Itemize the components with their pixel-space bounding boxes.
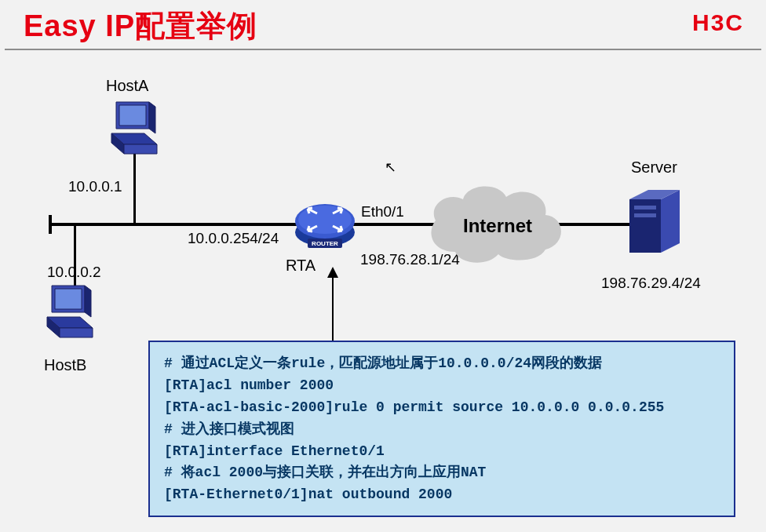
computer-icon: [102, 99, 163, 155]
internet-label: Internet: [463, 215, 532, 237]
router-icon: ROUTER: [294, 198, 356, 253]
config-line: [RTA-acl-basic-2000]rule 0 permit source…: [164, 399, 664, 415]
svg-rect-21: [634, 213, 656, 217]
lan-gateway-label: 10.0.0.254/24: [188, 230, 279, 247]
svg-rect-20: [634, 206, 656, 210]
svg-marker-10: [55, 289, 82, 309]
svg-point-14: [298, 206, 352, 234]
hostb-ip-label: 10.0.0.2: [47, 264, 101, 281]
eth-label: Eth0/1: [361, 203, 404, 220]
config-line: # 通过ACL定义一条rule，匹配源地址属于10.0.0.0/24网段的数据: [164, 355, 602, 371]
svg-marker-8: [60, 328, 93, 337]
svg-marker-4: [119, 105, 146, 126]
callout-arrow-head: [327, 267, 338, 278]
server-label: Server: [631, 159, 677, 177]
svg-marker-18: [661, 190, 680, 253]
config-code-box: # 通过ACL定义一条rule，匹配源地址属于10.0.0.0/24网段的数据 …: [148, 341, 735, 517]
diagram-canvas: HostA 10.0.0.1 HostB 10.0.0.2 10.0.0.254…: [0, 49, 766, 532]
computer-icon: [38, 282, 99, 339]
hosta-ip-label: 10.0.0.1: [68, 178, 122, 195]
cursor-icon: ↖: [385, 159, 396, 176]
config-line: [RTA]acl number 2000: [164, 377, 334, 393]
page-title: Easy IP配置举例: [24, 6, 257, 46]
config-line: # 进入接口模式视图: [164, 421, 294, 437]
callout-arrow: [332, 276, 334, 341]
hosta-drop: [133, 151, 136, 224]
svg-text:ROUTER: ROUTER: [312, 240, 338, 247]
hostb-label: HostB: [44, 356, 86, 374]
brand-logo: H3C: [692, 9, 744, 36]
config-line: [RTA-Ethernet0/1]nat outbound 2000: [164, 486, 452, 502]
svg-marker-11: [85, 286, 91, 317]
svg-marker-2: [124, 144, 157, 154]
svg-marker-5: [149, 102, 155, 133]
router-label: RTA: [286, 257, 316, 275]
server-ip-label: 198.76.29.4/24: [601, 275, 701, 292]
server-icon: [622, 184, 684, 262]
hosta-label: HostA: [106, 77, 148, 95]
config-line: [RTA]interface Ethernet0/1: [164, 443, 385, 459]
bus-end-left: [49, 215, 52, 234]
config-line: # 将acl 2000与接口关联，并在出方向上应用NAT: [164, 465, 486, 480]
